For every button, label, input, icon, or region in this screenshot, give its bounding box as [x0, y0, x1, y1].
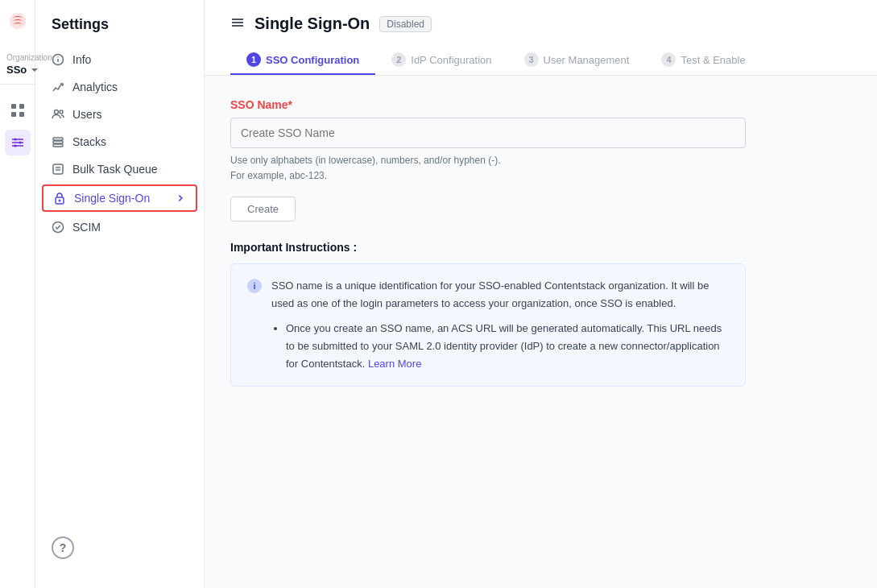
- tab-user-management[interactable]: 3 User Management: [508, 46, 646, 75]
- org-label: Organization: [6, 53, 52, 62]
- sidebar-item-single-sign-on[interactable]: Single Sign-On: [42, 184, 197, 212]
- tab-label-test-enable: Test & Enable: [681, 54, 745, 66]
- svg-point-13: [55, 110, 59, 114]
- instructions-text: SSO name is a unique identification for …: [271, 277, 729, 372]
- tab-num-2: 2: [391, 52, 406, 67]
- org-name: SSo: [6, 64, 27, 76]
- tab-label-idp-config: IdP Configuration: [411, 54, 491, 66]
- sidebar-item-scim[interactable]: SCIM: [35, 213, 204, 241]
- instructions-box: i SSO name is a unique identification fo…: [230, 263, 746, 386]
- org-dropdown[interactable]: Organization SSo: [0, 48, 35, 85]
- svg-rect-15: [53, 138, 63, 140]
- sidebar-item-scim-label: SCIM: [72, 221, 101, 234]
- tabs: 1 SSO Configuration 2 IdP Configuration …: [230, 46, 851, 75]
- svg-rect-18: [53, 164, 63, 174]
- hint-text: Use only alphabets (in lowercase), numbe…: [230, 153, 851, 184]
- main-header: Single Sign-On Disabled 1 SSO Configurat…: [205, 0, 877, 76]
- help-button[interactable]: ?: [52, 536, 74, 559]
- icon-rail: Organization SSo: [0, 0, 35, 588]
- svg-rect-0: [11, 104, 16, 109]
- svg-rect-17: [53, 144, 63, 147]
- svg-rect-1: [19, 104, 24, 109]
- svg-rect-16: [53, 141, 63, 143]
- sidebar-item-analytics[interactable]: Analytics: [35, 73, 204, 101]
- sidebar-item-bulk-task-label: Bulk Task Queue: [72, 163, 158, 176]
- svg-point-7: [14, 139, 16, 141]
- sidebar-footer: ?: [35, 524, 204, 572]
- sidebar-item-sso-label: Single Sign-On: [74, 192, 150, 205]
- sidebar-item-info[interactable]: Info: [35, 46, 204, 73]
- sidebar-item-users[interactable]: Users: [35, 101, 204, 128]
- sidebar-item-bulk-task-queue[interactable]: Bulk Task Queue: [35, 155, 204, 183]
- sidebar-item-stacks-label: Stacks: [72, 135, 106, 148]
- create-button[interactable]: Create: [230, 197, 296, 222]
- sidebar-title: Settings: [35, 16, 204, 46]
- svg-point-22: [59, 200, 61, 202]
- info-icon: [52, 53, 64, 66]
- tab-test-enable[interactable]: 4 Test & Enable: [645, 46, 761, 75]
- sidebar-item-stacks[interactable]: Stacks: [35, 128, 204, 155]
- stacks-icon: [52, 135, 64, 148]
- tab-sso-configuration[interactable]: 1 SSO Configuration: [230, 46, 375, 75]
- tab-num-4: 4: [661, 52, 676, 67]
- sidebar-item-analytics-label: Analytics: [72, 81, 118, 93]
- sidebar-item-users-label: Users: [72, 108, 102, 121]
- sidebar: Settings Info Analytics Users Stacks Bul…: [35, 0, 205, 588]
- main-body: SSO Name* Use only alphabets (in lowerca…: [205, 76, 877, 409]
- sidebar-item-info-label: Info: [72, 53, 91, 66]
- svg-point-12: [57, 56, 58, 57]
- tab-idp-configuration[interactable]: 2 IdP Configuration: [375, 46, 507, 75]
- chevron-right-icon: [175, 193, 186, 204]
- sso-name-label: SSO Name*: [230, 98, 851, 111]
- svg-point-9: [14, 145, 16, 147]
- svg-point-14: [60, 110, 63, 114]
- queue-icon: [52, 163, 64, 176]
- svg-rect-3: [19, 112, 24, 117]
- tab-num-3: 3: [524, 52, 539, 67]
- analytics-icon: [52, 81, 64, 93]
- disabled-badge: Disabled: [379, 16, 432, 32]
- sso-name-input[interactable]: [230, 118, 746, 148]
- scim-icon: [52, 221, 64, 234]
- info-circle-icon: i: [247, 279, 262, 293]
- hamburger-icon[interactable]: [230, 15, 245, 33]
- svg-rect-2: [11, 112, 16, 117]
- tab-num-1: 1: [246, 52, 261, 67]
- instructions-title: Important Instructions :: [230, 241, 851, 254]
- rail-icon-settings[interactable]: [5, 130, 31, 155]
- app-logo[interactable]: [6, 10, 29, 35]
- required-marker: *: [288, 98, 292, 111]
- main-content: Single Sign-On Disabled 1 SSO Configurat…: [205, 0, 877, 588]
- learn-more-link[interactable]: Learn More: [368, 358, 421, 370]
- page-title: Single Sign-On: [254, 14, 370, 33]
- svg-point-8: [19, 142, 21, 144]
- tab-label-user-mgmt: User Management: [544, 54, 630, 66]
- users-icon: [52, 108, 64, 121]
- lock-icon: [53, 192, 66, 205]
- tab-label-sso-config: SSO Configuration: [266, 54, 359, 66]
- rail-icon-grid[interactable]: [5, 97, 31, 123]
